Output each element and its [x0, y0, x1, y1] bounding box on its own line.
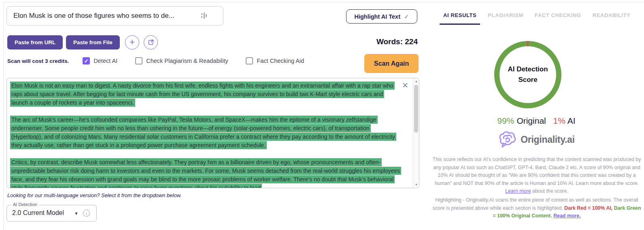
share-icon	[147, 39, 154, 46]
ai-label: AI	[567, 116, 576, 125]
checkbox-icon	[135, 57, 142, 64]
ai-percent: 1%	[553, 116, 565, 125]
tab-readability[interactable]: READABILITY	[593, 12, 631, 25]
text-cursor-icon	[201, 13, 207, 19]
scan-title-input[interactable]	[6, 6, 223, 26]
ai-model-dropdown[interactable]: AI Detection 2.0 Current Model ▼ i	[6, 205, 97, 221]
dark-red-legend: Dark Red = 100% AI,	[564, 205, 614, 211]
scanned-text-area[interactable]: Elon Musk is not an easy man to digest. …	[6, 78, 419, 188]
scan-options-row: Scan will cost 3 credits. Detect AI Chec…	[7, 57, 322, 64]
checkbox-fact-checking[interactable]: Fact Checking Aid	[246, 57, 304, 64]
highlighting-explanation: Highlighting - Originality.AI scans the …	[431, 196, 643, 220]
score-explanation: This score reflects our AI's confidence …	[431, 156, 643, 196]
paste-from-file-button[interactable]: Paste from File	[66, 35, 120, 49]
brand-logo: Originality.ai	[429, 131, 644, 148]
read-more-link[interactable]: Read more.	[553, 213, 580, 219]
results-tabs: AI RESULTS PLAGIARISM FACT CHECKING READ…	[443, 12, 631, 25]
credits-note: Scan will cost 3 credits.	[7, 58, 69, 64]
word-count: Words: 224	[346, 37, 418, 46]
tab-plagiarism[interactable]: PLAGIARISM	[488, 12, 523, 25]
original-percent: 99%	[497, 116, 514, 125]
checkbox-icon	[246, 57, 253, 64]
multilang-note: Looking for our multi-language version? …	[7, 192, 182, 198]
share-button[interactable]	[144, 35, 158, 49]
gauge-label: AI Detection	[508, 64, 548, 75]
info-icon[interactable]: i	[83, 210, 90, 217]
scan-again-button[interactable]: Scan Again	[364, 54, 419, 73]
brand-name: Originality.ai	[521, 134, 574, 145]
plus-icon: +	[130, 38, 135, 47]
paragraph: Critics, by contrast, describe Musk some…	[10, 158, 401, 188]
scrollbar[interactable]: ▲ ▼	[413, 78, 419, 188]
paragraph: Elon Musk is not an easy man to digest. …	[10, 82, 401, 107]
dropdown-value: 2.0 Current Model	[12, 209, 64, 217]
close-icon[interactable]: ✕	[402, 82, 408, 89]
tab-ai-results[interactable]: AI RESULTS	[443, 12, 476, 25]
original-label: Original	[516, 116, 546, 125]
scrollbar-thumb[interactable]	[414, 85, 418, 133]
gauge-label: Score	[518, 75, 537, 85]
paste-from-url-button[interactable]: Paste from URL	[7, 35, 63, 49]
learn-more-link[interactable]: Learn more	[505, 188, 531, 194]
checkbox-plagiarism-readability[interactable]: Check Plagiarism & Readability	[135, 57, 228, 64]
add-button[interactable]: +	[125, 35, 139, 49]
checkbox-icon	[83, 57, 90, 64]
highlighted-content: Elon Musk is not an easy man to digest. …	[10, 82, 401, 188]
ai-score-ring-center: AI Detection Score	[499, 46, 556, 103]
scroll-down-icon[interactable]: ▼	[413, 183, 419, 187]
checkbox-detect-ai[interactable]: Detect AI	[83, 57, 117, 64]
paragraph: The arc of Musk's career—he's cofounded …	[10, 116, 401, 150]
brain-logo-icon	[498, 131, 516, 148]
score-summary: 99% Original 1% AI	[429, 116, 644, 126]
dropdown-label: AI Detection	[11, 202, 39, 207]
highlight-ai-text-button[interactable]: Highlight AI Text ✓	[346, 9, 417, 24]
chevron-down-icon[interactable]: ▼	[74, 211, 79, 216]
ai-score-ring: AI Detection Score	[494, 41, 561, 108]
scroll-up-icon[interactable]: ▲	[413, 80, 419, 83]
tab-fact-checking[interactable]: FACT CHECKING	[535, 12, 581, 25]
check-icon: ✓	[404, 13, 409, 20]
